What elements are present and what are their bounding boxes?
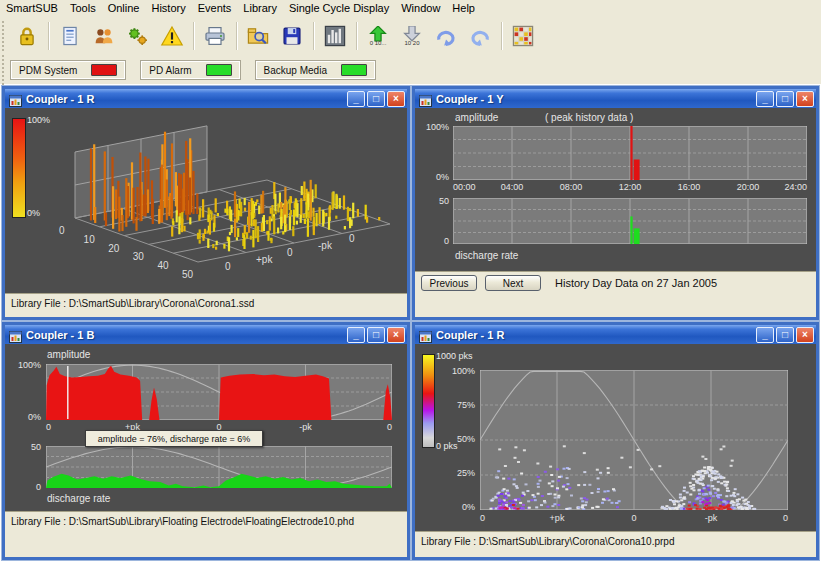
- menu-item-events[interactable]: Events: [192, 1, 238, 15]
- y-axis-max: 100%: [11, 360, 41, 370]
- redo-arrow-icon: [434, 25, 458, 47]
- toolbar: 0 10... 10 20: [0, 16, 821, 57]
- redo-button[interactable]: [431, 19, 461, 53]
- gears-icon: [126, 25, 150, 47]
- menu-item-single-cycle-display[interactable]: Single Cycle Display: [283, 1, 395, 15]
- x-tick-label: 00:00: [453, 182, 476, 192]
- x-tick-label: 08:00: [560, 182, 583, 192]
- window-icon: [9, 93, 22, 105]
- close-button[interactable]: ×: [387, 91, 405, 107]
- settings-button[interactable]: [123, 19, 153, 53]
- lock-button[interactable]: [12, 19, 42, 53]
- maximize-button[interactable]: □: [367, 91, 385, 107]
- alarm-button[interactable]: [157, 19, 187, 53]
- toolbar-separator: [236, 22, 237, 50]
- search-folder-icon: [246, 25, 270, 47]
- discharge-rate-label: discharge rate: [47, 493, 110, 504]
- menu-item-window[interactable]: Window: [395, 1, 446, 15]
- library-file-statusbar: Library File : D:\SmartSub\Library\Float…: [5, 511, 407, 530]
- depth-tick-label: 10: [84, 234, 96, 245]
- window-coupler-1r-3d: Coupler - 1 R _ □ × 100% 0% 010203040500…: [2, 86, 410, 320]
- maximize-button[interactable]: □: [776, 327, 794, 343]
- discharge-phase-plot[interactable]: [46, 446, 392, 488]
- y2-axis-min: 0: [419, 236, 449, 246]
- minimize-button[interactable]: _: [347, 91, 365, 107]
- window-coupler-1r-prpd: Coupler - 1 R _ □ × 1000 pks 0 pks 100%7…: [412, 322, 819, 560]
- x-tick-label: 20:00: [737, 182, 760, 192]
- discharge-history-plot[interactable]: [453, 198, 807, 244]
- menu-item-tools[interactable]: Tools: [64, 1, 102, 15]
- x-tick-label: 0: [783, 513, 788, 523]
- report-button[interactable]: [55, 19, 85, 53]
- y-tick-label: 50%: [445, 434, 475, 444]
- x-tick-label: -pk: [299, 422, 312, 432]
- history-day-text: History Day Data on 27 Jan 2005: [555, 277, 717, 289]
- library-search-button[interactable]: [243, 19, 273, 53]
- titlebar[interactable]: Coupler - 1 R _ □ ×: [415, 325, 816, 344]
- prpd-3d-chart[interactable]: 100% 0% 010203040500+pk0-pk0: [5, 108, 407, 293]
- scale-up-button[interactable]: 0 10...: [363, 19, 393, 53]
- toolbar-separator: [313, 22, 314, 50]
- save-button[interactable]: [277, 19, 307, 53]
- x-tick-label: 16:00: [678, 182, 701, 192]
- indicator-row-grip[interactable]: [2, 55, 7, 85]
- close-button[interactable]: ×: [387, 327, 405, 343]
- y2-axis-min: 0: [11, 482, 41, 492]
- window-title: Coupler - 1 R: [26, 93, 345, 105]
- window-icon: [419, 329, 432, 341]
- previous-button[interactable]: Previous: [421, 275, 477, 291]
- indicator-led: [206, 64, 232, 76]
- minimize-button[interactable]: _: [347, 327, 365, 343]
- close-button[interactable]: ×: [796, 91, 814, 107]
- depth-tick-label: 40: [157, 260, 169, 271]
- peak-history-charts: amplitude ( peak history data ) 100% 0% …: [415, 108, 816, 271]
- x-tick-label: 0: [480, 513, 485, 523]
- time-axis-labels: 00:0004:0008:0012:0016:0020:0024:00: [453, 182, 807, 194]
- users-icon: [92, 25, 116, 47]
- toolbar-separator: [193, 22, 194, 50]
- window-icon: [419, 93, 432, 105]
- printer-icon: [203, 25, 227, 47]
- close-button[interactable]: ×: [796, 327, 814, 343]
- colorbar-min-label: 0%: [27, 208, 40, 218]
- users-button[interactable]: [89, 19, 119, 53]
- y-axis-min: 0%: [419, 172, 449, 182]
- print-button[interactable]: [200, 19, 230, 53]
- library-file-statusbar: Library File : D:\SmartSub\Library\Coron…: [5, 293, 407, 312]
- y-tick-label: 75%: [445, 400, 475, 410]
- scale-up-label: 0 10...: [370, 41, 387, 46]
- menu-item-help[interactable]: Help: [446, 1, 481, 15]
- toolbar-separator: [48, 22, 49, 50]
- toolbar-separator: [501, 22, 502, 50]
- minimize-button[interactable]: _: [756, 327, 774, 343]
- menu-item-smartsub[interactable]: SmartSUB: [0, 1, 64, 15]
- amplitude-history-plot[interactable]: [453, 126, 807, 180]
- window-title: Coupler - 1 Y: [436, 93, 754, 105]
- titlebar[interactable]: Coupler - 1 Y _ □ ×: [415, 89, 816, 108]
- phase-tick-label: +pk: [256, 254, 273, 265]
- menu-item-online[interactable]: Online: [102, 1, 146, 15]
- phase-resolved-charts: amplitude 100% 0% 0+pk0-pk0 amplitude = …: [5, 344, 407, 511]
- amplitude-phase-plot[interactable]: [46, 364, 392, 420]
- toolbar-separator: [356, 22, 357, 50]
- phase-plot-button[interactable]: [320, 19, 350, 53]
- maximize-button[interactable]: □: [776, 91, 794, 107]
- floppy-disk-icon: [281, 25, 303, 47]
- menu-item-history[interactable]: History: [145, 1, 191, 15]
- prpd-scatter-plot[interactable]: [480, 370, 788, 510]
- scale-down-button[interactable]: 10 20: [397, 19, 427, 53]
- minimize-button[interactable]: _: [756, 91, 774, 107]
- toolbar-grip[interactable]: [2, 21, 7, 51]
- discharge-rate-label: discharge rate: [455, 250, 518, 261]
- matrix-button[interactable]: [508, 19, 538, 53]
- window-coupler-1y-history: Coupler - 1 Y _ □ × amplitude ( peak his…: [412, 86, 819, 320]
- report-icon: [59, 25, 81, 47]
- titlebar[interactable]: Coupler - 1 B _ □ ×: [5, 325, 407, 344]
- titlebar[interactable]: Coupler - 1 R _ □ ×: [5, 89, 407, 108]
- warning-icon: [160, 25, 184, 47]
- undo-button[interactable]: [465, 19, 495, 53]
- menu-item-library[interactable]: Library: [237, 1, 283, 15]
- library-file-statusbar: Library File : D:\SmartSub\Library\Coron…: [415, 531, 816, 550]
- maximize-button[interactable]: □: [367, 327, 385, 343]
- next-button[interactable]: Next: [485, 275, 541, 291]
